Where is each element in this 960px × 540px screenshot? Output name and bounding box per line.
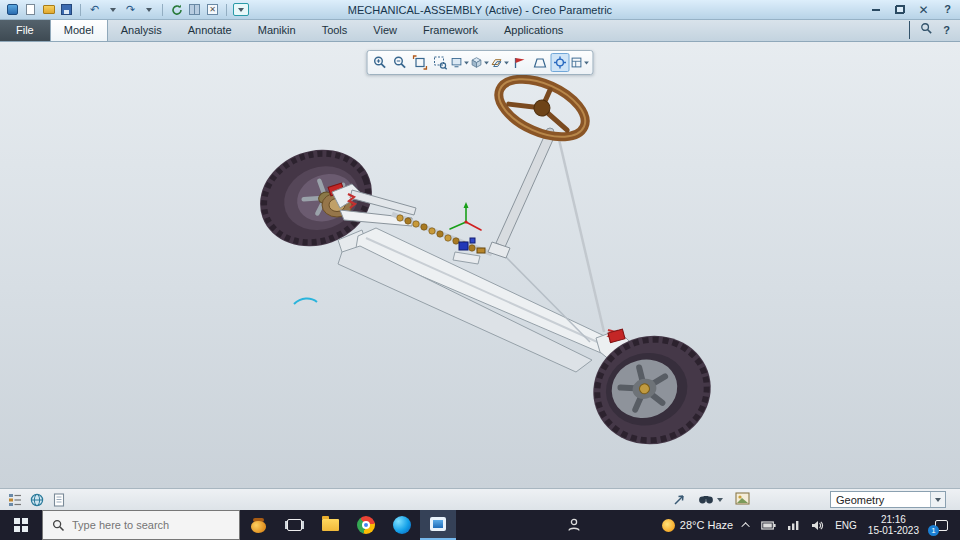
search-icon — [52, 519, 65, 532]
undo-dropdown-icon[interactable] — [105, 2, 120, 17]
minimize-icon[interactable] — [868, 2, 883, 17]
divider — [80, 4, 81, 16]
status-bar-right: Geometry — [672, 491, 954, 508]
named-views-icon[interactable] — [451, 53, 470, 72]
chrome-icon — [357, 516, 375, 534]
select-preview-icon[interactable] — [735, 492, 750, 507]
start-button[interactable] — [0, 510, 42, 540]
tab-annotate[interactable]: Annotate — [175, 19, 245, 41]
battery-icon[interactable] — [761, 521, 776, 530]
datum-display-icon[interactable] — [491, 53, 510, 72]
tab-analysis[interactable]: Analysis — [108, 19, 175, 41]
honey-app-icon — [249, 516, 268, 534]
title-bar: ↶ ↷ ✕ MECHANICAL-ASSEMBLY (Active) - Cre… — [0, 0, 960, 20]
open-file-icon[interactable] — [41, 2, 56, 17]
quick-access-toolbar: ↶ ↷ ✕ — [5, 2, 249, 17]
model-tree-icon[interactable] — [6, 492, 24, 508]
tab-model[interactable]: Model — [50, 19, 108, 41]
select-arrow-icon[interactable] — [672, 492, 686, 508]
selection-filter-dropdown[interactable]: Geometry — [830, 491, 946, 508]
redo-dropdown-icon[interactable] — [141, 2, 156, 17]
divider — [162, 4, 163, 16]
windows-logo-icon — [14, 518, 28, 532]
graphics-area[interactable] — [0, 42, 960, 488]
web-browser-icon[interactable] — [28, 492, 46, 508]
tab-applications[interactable]: Applications — [491, 19, 576, 41]
refit-icon[interactable] — [411, 53, 430, 72]
zoom-out-icon[interactable] — [391, 53, 410, 72]
save-icon[interactable] — [59, 2, 74, 17]
close-icon[interactable]: ✕ — [916, 2, 931, 17]
search-input[interactable] — [72, 519, 217, 531]
help-icon[interactable]: ? — [940, 2, 955, 17]
network-icon[interactable] — [787, 520, 800, 530]
selection-tools — [672, 492, 750, 508]
taskbar-search[interactable] — [42, 510, 240, 540]
people-icon — [567, 518, 581, 532]
clock-widget[interactable]: 21:16 15-01-2023 — [868, 514, 919, 536]
people-button[interactable] — [556, 510, 592, 540]
page-icon[interactable] — [50, 492, 68, 508]
active-app-button[interactable] — [420, 510, 456, 540]
tab-tools[interactable]: Tools — [309, 19, 361, 41]
in-graphics-toolbar — [367, 50, 594, 75]
honey-app-button[interactable] — [240, 510, 276, 540]
clock-date: 15-01-2023 — [868, 525, 919, 536]
regenerate-icon[interactable] — [169, 2, 184, 17]
file-explorer-icon — [322, 519, 339, 531]
perspective-icon[interactable] — [531, 53, 550, 72]
clock-time: 21:16 — [868, 514, 919, 525]
selection-filter-value: Geometry — [831, 494, 930, 506]
display-style-icon[interactable] — [471, 53, 490, 72]
zoom-in-icon[interactable] — [371, 53, 390, 72]
window-title: MECHANICAL-ASSEMBLY (Active) - Creo Para… — [220, 0, 740, 20]
search-tool-icon[interactable] — [698, 493, 723, 506]
weather-widget[interactable]: 28°C Haze — [662, 519, 733, 532]
view-manager-icon[interactable] — [571, 53, 590, 72]
close-window-icon[interactable]: ✕ — [205, 2, 220, 17]
steering-wheel[interactable] — [487, 64, 598, 151]
window-grid-icon[interactable] — [187, 2, 202, 17]
action-center-button[interactable]: 1 — [930, 514, 952, 536]
task-view-button[interactable] — [276, 510, 312, 540]
highlighted-edge[interactable] — [294, 298, 317, 304]
help-icon[interactable]: ? — [943, 24, 950, 36]
spin-center-icon[interactable] — [551, 53, 570, 72]
redo-icon[interactable]: ↷ — [123, 2, 138, 17]
task-view-icon — [287, 519, 302, 531]
ribbon-right-controls: ? — [909, 19, 960, 41]
chrome-icon-center — [362, 521, 370, 529]
tab-view[interactable]: View — [360, 19, 410, 41]
notification-badge: 1 — [928, 525, 939, 536]
system-tray: 28°C Haze ENG 21:16 15-01-2023 1 — [662, 514, 960, 536]
tab-manikin[interactable]: Manikin — [245, 19, 309, 41]
status-bar: Geometry — [0, 488, 960, 510]
language-indicator[interactable]: ENG — [835, 520, 857, 531]
edge-button[interactable] — [384, 510, 420, 540]
window-controls: ✕ ? — [868, 2, 955, 17]
active-app-icon — [430, 517, 446, 531]
app-icon[interactable] — [5, 2, 20, 17]
chrome-button[interactable] — [348, 510, 384, 540]
tab-framework[interactable]: Framework — [410, 19, 491, 41]
weather-text: 28°C Haze — [680, 519, 733, 531]
filter-dropdown-arrow-icon[interactable] — [930, 492, 945, 507]
edge-icon — [393, 516, 411, 534]
collapse-ribbon-icon[interactable] — [909, 21, 910, 39]
annotation-display-icon[interactable] — [511, 53, 530, 72]
windows-taskbar: 28°C Haze ENG 21:16 15-01-2023 1 — [0, 510, 960, 540]
coordinate-system-triad[interactable] — [450, 202, 481, 230]
volume-icon[interactable] — [811, 520, 824, 531]
tab-file[interactable]: File — [0, 19, 50, 41]
undo-icon[interactable]: ↶ — [87, 2, 102, 17]
model-canvas[interactable] — [0, 42, 960, 488]
hidden-icons-chevron[interactable] — [744, 522, 750, 528]
zoom-window-icon[interactable] — [431, 53, 450, 72]
restore-icon[interactable] — [892, 2, 907, 17]
command-search-icon[interactable] — [920, 21, 933, 39]
new-file-icon[interactable] — [23, 2, 38, 17]
file-explorer-button[interactable] — [312, 510, 348, 540]
ribbon-tab-bar: File Model Analysis Annotate Manikin Too… — [0, 20, 960, 42]
weather-icon — [662, 519, 675, 532]
